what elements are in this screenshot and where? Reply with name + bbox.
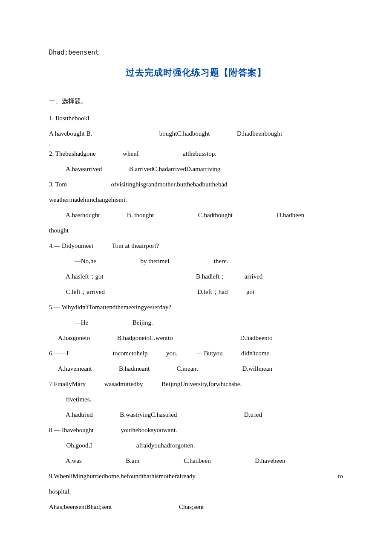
question-6-options: A.havemeant B.hadmeant C.meant D.willmea…	[49, 361, 343, 376]
q3-t3: weathermadehimchangehismi.	[49, 196, 127, 203]
q6-t2: tocometohelp	[113, 350, 148, 357]
q7-t2: wasadmittedby	[104, 381, 143, 387]
q4-optB2: arrived	[245, 273, 262, 280]
q9-t1: 9.WhenliMinghurriedhome,hefoundthathismo…	[49, 468, 196, 484]
q6-optA: A.havemeant	[58, 365, 92, 372]
question-1-options: A havebought B. boughtC.hadbought D.hadb…	[49, 126, 343, 141]
q7-t3: BeijingUniversity,forwhichshe.	[161, 381, 242, 387]
q2-t2: whenI	[123, 150, 139, 157]
q3-optA: A.hasthought	[66, 212, 100, 218]
q1-optD: D.hadbeenbought	[237, 130, 282, 137]
question-2-options: A.havearrived B.arrivedC.hadarrivedD.ama…	[49, 161, 343, 177]
q5-t2: —He	[75, 319, 89, 326]
document-page: Dhad;beensent 过去完成时强化练习题【附答案】 一、选择题。 1. …	[0, 0, 392, 540]
q2-t1: 2. Thebushadgone	[49, 150, 96, 157]
question-7-stem1: 7.FinallyMary wasadmittedby BeijingUnive…	[49, 376, 343, 392]
question-8-stem1: 8.— Ihavebought youthebooksyouwant.	[49, 422, 343, 438]
question-5-stem1: 5.— Whydidn'tTomattendthemeetingyesterda…	[49, 299, 343, 315]
q8-t2: youthebooksyouwant.	[121, 427, 177, 433]
q5-optB: B.hadgonetoC.wentto	[117, 334, 173, 341]
question-1-dot: .	[49, 141, 343, 146]
q6-optC: C.meant	[177, 365, 198, 372]
q1-optC: boughtC.hadbought	[159, 130, 210, 137]
q6-t1: 6.——I	[49, 350, 69, 357]
q4-optB: B.hadleft；	[196, 273, 226, 280]
q8-optA: A.was	[66, 457, 82, 464]
q3-t1: 3. Tom	[49, 181, 67, 188]
question-5-stem2: —He Beijing.	[49, 315, 343, 330]
q5-optD: D.hadbeento	[240, 334, 272, 341]
q8-optC: C.hadbeen	[184, 457, 211, 464]
question-4-stem1: 4.— Didyoumeet Tom at theairport?	[49, 238, 343, 253]
question-1-stem: 1. IlostthebookI	[49, 110, 343, 126]
question-4-optsCD: C.left；arrived D.left；had got	[49, 284, 343, 299]
q4-optA: A.hasleft；got	[66, 273, 104, 280]
q6-optB: B.hadmeant	[119, 365, 150, 372]
q3-t2: ofvisitinghisgrandmother,butthebadbutthe…	[111, 181, 228, 188]
question-3-options: A.hasthought B. thought C.hadthought D.h…	[49, 207, 343, 223]
question-8-stem2: — Oh,good,I afraidyouhadforgotten.	[49, 438, 343, 453]
q9-optsL: Ahas;beensentBhad;sent	[49, 503, 112, 510]
q4-t2: Tom at theairport?	[112, 242, 159, 249]
q8-t3: — Oh,good,I	[58, 442, 92, 449]
question-9-stem1: 9.WhenliMinghurriedhome,hefoundthathismo…	[49, 468, 343, 484]
question-3-stem2: weathermadehimchangehismi.	[49, 192, 343, 207]
question-7-stem2: fivetimes.	[49, 392, 343, 407]
q8-optB: B.am	[126, 457, 139, 464]
q3-optD: D.hadbeen	[277, 212, 304, 218]
q9-optsR: Chas;sent	[179, 503, 204, 510]
question-3-stem: 3. Tom ofvisitinghisgrandmother,buttheba…	[49, 177, 343, 192]
q4-t1: 4.— Didyoumeet	[49, 242, 93, 249]
q4-t3: —No,he	[75, 258, 96, 264]
question-2-stem: 2. Thebushadgone whenI atthebusstop.	[49, 146, 343, 161]
q7-optB: B.wastryingC.hastried	[120, 411, 177, 418]
q2-t3: atthebusstop.	[183, 150, 216, 157]
q8-t4: afraidyouhadforgotten.	[136, 442, 195, 449]
q7-t1: 7.FinallyMary	[49, 381, 86, 387]
q6-t4: — Butyou	[196, 350, 223, 357]
q5-optA: A.hasgoneto	[58, 334, 90, 341]
q6-t3: you.	[166, 350, 177, 357]
q4-optC: C.left；arrived	[66, 288, 105, 295]
q7-optA: A.hadtried	[66, 411, 93, 418]
question-7-options: A.hadtried B.wastryingC.hastried D.tried	[49, 407, 343, 422]
q1-text: 1. IlostthebookI	[49, 115, 89, 122]
q8-optD: D.havebeen	[255, 457, 285, 464]
question-8-options: A.was B.am C.hadbeen D.havebeen	[49, 453, 343, 468]
q4-optD: D.left；had	[197, 288, 228, 295]
question-5-options: A.hasgoneto B.hadgonetoC.wentto D.hadbee…	[49, 330, 343, 346]
q2-optA: A.havearrived	[66, 166, 102, 172]
section-heading: 一、选择题。	[49, 93, 343, 109]
question-6-stem: 6.——I tocometohelp you. — Butyou didn'tc…	[49, 346, 343, 361]
q6-optD: D.willmean	[242, 365, 272, 372]
q1-optB: B.	[86, 130, 92, 137]
q1-optA: A havebought	[49, 130, 85, 137]
q4-t4: by thetimeI	[141, 258, 170, 264]
q9-t2: to	[338, 468, 343, 484]
question-9-options: Ahas;beensentBhad;sent Chas;sent	[49, 499, 343, 514]
q8-t1: 8.— Ihavebought	[49, 427, 94, 433]
q6-t5: didn'tcome.	[241, 350, 271, 357]
q2-optRest: B.arrivedC.hadarrivedD.amarriving	[129, 166, 221, 172]
q5-t3: Beijing.	[133, 319, 153, 326]
q7-t4: fivetimes.	[66, 396, 92, 403]
document-title: 过去完成时强化练习题【附答案】	[49, 62, 343, 83]
question-9-stem2: hospital.	[49, 484, 343, 499]
question-4-stem2: —No,he by thetimeI there.	[49, 253, 343, 269]
question-4-optsAB: A.hasleft；got B.hadleft； arrived	[49, 269, 343, 284]
q3-tail: thought	[49, 227, 69, 234]
q4-t5: there.	[214, 258, 228, 264]
header-fragment: Dhad;beensent	[49, 45, 343, 60]
q4-optD2: got	[246, 288, 254, 295]
q3-optB: B. thought	[127, 212, 154, 218]
q3-optC: C.hadthought	[198, 212, 233, 218]
question-3-tail: thought	[49, 223, 343, 238]
q5-t1: 5.— Whydidn'tTomattendthemeetingyesterda…	[49, 304, 171, 311]
q9-t3: hospital.	[49, 488, 71, 495]
q7-optD: D.tried	[244, 411, 262, 418]
